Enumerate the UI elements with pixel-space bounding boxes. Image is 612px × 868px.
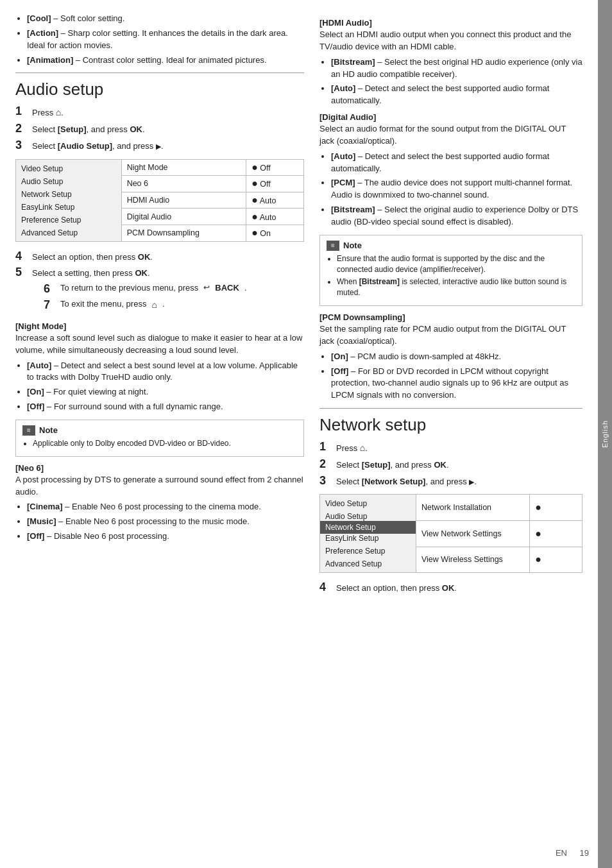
en-label: EN bbox=[556, 848, 567, 858]
arrow-icon: ▶ bbox=[469, 478, 474, 486]
neo6-heading: [Neo 6] bbox=[15, 463, 304, 473]
menu-item-easylink: EasyLink Setup bbox=[21, 201, 116, 214]
step-4: Select an option, then press OK. bbox=[319, 581, 582, 595]
digital-audio-text: Select an audio format for the sound out… bbox=[319, 123, 582, 148]
menu-item-advanced: Advanced Setup bbox=[325, 557, 411, 570]
menu-item-preference: Preference Setup bbox=[21, 214, 116, 226]
left-column: [Cool] – Soft color setting. [Action] – … bbox=[15, 13, 304, 855]
note-bullets: Ensure that the audio format is supporte… bbox=[337, 253, 575, 298]
table-row: Video Setup Audio Setup Network Setup Ea… bbox=[16, 159, 304, 176]
step-2: Select [Setup], and press OK. bbox=[319, 457, 582, 472]
step-3: Select [Audio Setup], and press ▶. bbox=[15, 139, 304, 153]
color-setting-bullets: [Cool] – Soft color setting. [Action] – … bbox=[27, 13, 304, 66]
note-box-1: ≡ Note Applicable only to Dolby encoded … bbox=[15, 420, 304, 457]
home-icon: ⌂ bbox=[56, 107, 61, 117]
night-mode-heading: [Night Mode] bbox=[15, 321, 304, 331]
note-header: ≡ Note bbox=[327, 241, 575, 251]
list-item: [On] – For quiet viewing at night. bbox=[27, 386, 304, 398]
option-pcm: PCM Downsampling bbox=[121, 225, 246, 241]
arrow-icon: ▶ bbox=[156, 142, 161, 150]
language-tab: English bbox=[598, 0, 612, 868]
menu-column: Video Setup Audio Setup Network Setup Ea… bbox=[320, 495, 416, 573]
list-item: To exit the menu, press⌂. bbox=[44, 298, 304, 312]
note-box-2: ≡ Note Ensure that the audio format is s… bbox=[319, 235, 582, 306]
value-hdmi-audio: ● Auto bbox=[246, 192, 304, 208]
step-label: [Audio Setup] bbox=[58, 141, 112, 151]
value-view-network: ● bbox=[530, 520, 582, 547]
section-divider-2 bbox=[319, 408, 582, 409]
ok-label: OK bbox=[434, 460, 446, 470]
list-item: [Auto] – Detect and select the best supp… bbox=[331, 83, 582, 107]
value-pcm: ● On bbox=[246, 225, 304, 241]
value-neo6: ● Off bbox=[246, 176, 304, 192]
main-content: [Cool] – Soft color setting. [Action] – … bbox=[0, 0, 598, 868]
list-item: [Music] – Enable Neo 6 post processing t… bbox=[27, 516, 304, 528]
list-item: [Animation] – Contrast color setting. Id… bbox=[27, 55, 304, 67]
network-setup-heading: Network setup bbox=[319, 415, 582, 435]
menu-column: Video Setup Audio Setup Network Setup Ea… bbox=[16, 159, 122, 241]
night-mode-text: Increase a soft sound level such as dial… bbox=[15, 332, 304, 357]
value-view-wireless: ● bbox=[530, 547, 582, 573]
home-icon: ⌂ bbox=[360, 443, 365, 453]
list-item: Applicable only to Dolby encoded DVD-vid… bbox=[33, 438, 297, 449]
page-number: 19 bbox=[580, 848, 589, 858]
ok-label: OK bbox=[130, 124, 142, 134]
item-label: [Cool] bbox=[27, 13, 51, 23]
note-bullets: Applicable only to Dolby encoded DVD-vid… bbox=[33, 438, 297, 449]
home-icon: ⌂ bbox=[151, 298, 157, 312]
value-network-install: ● bbox=[530, 495, 582, 521]
value-digital-audio: ● Auto bbox=[246, 208, 304, 225]
list-item: [PCM] – The audio device does not suppor… bbox=[331, 177, 582, 201]
page: English [Cool] – Soft color setting. [Ac… bbox=[0, 0, 612, 868]
menu-item-easylink: EasyLink Setup bbox=[325, 532, 411, 545]
audio-setup-heading: Audio setup bbox=[15, 80, 304, 99]
audio-setup-table: Video Setup Audio Setup Network Setup Ea… bbox=[15, 159, 304, 242]
list-item: [Off] – For BD or DVD recorded in LPCM w… bbox=[331, 366, 582, 402]
step-5: Select a setting, then press OK. To retu… bbox=[15, 266, 304, 316]
item-label: [Action] bbox=[27, 28, 58, 38]
network-setup-table: Video Setup Audio Setup Network Setup Ea… bbox=[319, 494, 582, 573]
step-4: Select an option, then press OK. bbox=[15, 250, 304, 264]
option-hdmi-audio: HDMI Audio bbox=[121, 192, 246, 208]
ok-label: OK bbox=[135, 268, 148, 278]
list-item: [Bitstream] – Select the original audio … bbox=[331, 204, 582, 228]
list-item: [Bitstream] – Select the best original H… bbox=[331, 56, 582, 81]
option-neo6: Neo 6 bbox=[121, 176, 246, 192]
pcm-text: Set the sampling rate for PCM audio outp… bbox=[319, 323, 582, 348]
menu-item-audio: Audio Setup bbox=[21, 175, 116, 188]
list-item: To return to the previous menu, press ↩ … bbox=[44, 282, 304, 296]
network-steps: Press ⌂. Select [Setup], and press OK. S… bbox=[319, 440, 582, 488]
ok-label: OK bbox=[442, 583, 455, 593]
audio-steps-cont: Select an option, then press OK. Select … bbox=[15, 250, 304, 316]
option-night-mode: Night Mode bbox=[121, 159, 246, 176]
back-icon: ↩ bbox=[203, 282, 210, 296]
list-item: [Auto] – Detect and select a best sound … bbox=[27, 360, 304, 384]
option-view-network: View Network Settings bbox=[416, 520, 529, 547]
note-header: ≡ Note bbox=[22, 425, 297, 436]
option-view-wireless: View Wireless Settings bbox=[416, 547, 529, 573]
step-1: Press ⌂. bbox=[15, 105, 304, 119]
list-item: [Auto] – Detect and select the best supp… bbox=[331, 151, 582, 175]
section-divider bbox=[15, 72, 304, 73]
list-item: [Cool] – Soft color setting. bbox=[27, 13, 304, 25]
digital-audio-bullets: [Auto] – Detect and select the best supp… bbox=[331, 151, 582, 228]
list-item: [On] – PCM audio is down-sampled at 48kH… bbox=[331, 351, 582, 363]
language-label: English bbox=[601, 420, 609, 448]
item-label: [Animation] bbox=[27, 55, 73, 65]
step-label: [Setup] bbox=[58, 124, 87, 134]
back-label: BACK bbox=[215, 282, 239, 296]
note-icon: ≡ bbox=[327, 241, 339, 251]
option-digital-audio: Digital Audio bbox=[121, 208, 246, 225]
right-column: [HDMI Audio] Select an HDMI audio output… bbox=[319, 13, 582, 855]
pcm-heading: [PCM Downsampling] bbox=[319, 312, 582, 322]
list-item: [Action] – Sharp color setting. It enhan… bbox=[27, 28, 304, 52]
step-1: Press ⌂. bbox=[319, 440, 582, 455]
table-row: Video Setup Audio Setup Network Setup Ea… bbox=[320, 495, 582, 521]
menu-item-advanced: Advanced Setup bbox=[21, 226, 116, 239]
step-label: [Network Setup] bbox=[362, 477, 426, 486]
value-night-mode: ● Off bbox=[246, 159, 304, 176]
hdmi-audio-heading: [HDMI Audio] bbox=[319, 18, 582, 28]
step-label: [Setup] bbox=[362, 460, 391, 470]
list-item: When [Bitstream] is selected, interactiv… bbox=[337, 277, 575, 298]
digital-audio-heading: [Digital Audio] bbox=[319, 112, 582, 122]
